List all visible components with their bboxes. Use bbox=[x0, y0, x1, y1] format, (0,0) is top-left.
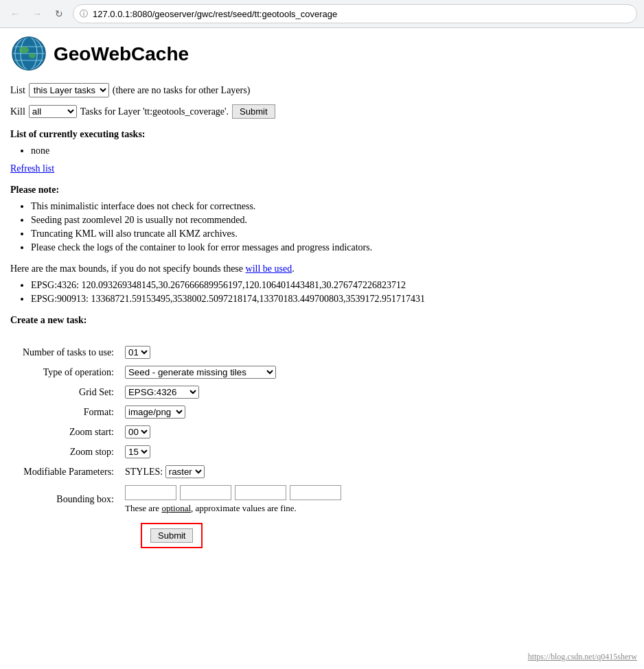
reload-button[interactable]: ↻ bbox=[51, 5, 67, 22]
back-button[interactable]: ← bbox=[7, 5, 23, 22]
bounding-input-1[interactable] bbox=[125, 485, 176, 500]
address-bar[interactable] bbox=[73, 4, 637, 23]
zoom-start-cell: 00010203 04050607 08091011 12131415 bbox=[119, 422, 347, 442]
svg-point-7 bbox=[19, 47, 29, 54]
zoom-stop-cell: 00010203 04050607 08091011 121314 15 bbox=[119, 442, 347, 462]
num-tasks-select[interactable]: 01 02 04 08 16 bbox=[125, 346, 150, 359]
create-heading: Create a new task: bbox=[10, 315, 634, 326]
bounding-cell: These are optional, approximate values a… bbox=[119, 482, 347, 517]
bounding-note: These are optional, approximate values a… bbox=[125, 503, 341, 514]
format-row: Format: image/png image/jpeg image/gif bbox=[17, 402, 347, 422]
zoom-start-label: Zoom start: bbox=[17, 422, 119, 442]
styles-label: STYLES: bbox=[125, 467, 163, 477]
please-note-section: Please note: This minimalistic interface… bbox=[10, 185, 634, 253]
browser-toolbar: ← → ↻ ⓘ bbox=[0, 0, 644, 27]
bounding-label: Bounding box: bbox=[17, 482, 119, 517]
zoom-stop-select[interactable]: 00010203 04050607 08091011 121314 15 bbox=[125, 445, 150, 458]
format-cell: image/png image/jpeg image/gif bbox=[119, 402, 347, 422]
zoom-start-row: Zoom start: 00010203 04050607 08091011 1… bbox=[17, 422, 347, 442]
bounding-row: Bounding box: These are optional, approx… bbox=[17, 482, 347, 517]
bounds-intro: Here are the max bounds, if you do not s… bbox=[10, 263, 634, 274]
info-icon: ⓘ bbox=[80, 8, 88, 20]
kill-select[interactable]: all running pending bbox=[29, 105, 77, 118]
bounds-list: EPSG:4326: 120.093269348145,30.267666689… bbox=[31, 280, 634, 305]
operation-select[interactable]: Seed - generate missing tiles Reseed - r… bbox=[125, 366, 276, 379]
modifiable-cell: STYLES: raster bbox=[119, 462, 347, 482]
create-submit-button[interactable]: Submit bbox=[150, 528, 193, 543]
modifiable-label: Modifiable Parameters: bbox=[17, 462, 119, 482]
modifiable-row: Modifiable Parameters: STYLES: raster bbox=[17, 462, 347, 482]
refresh-link[interactable]: Refresh list bbox=[10, 163, 54, 174]
logo-area: GeoWebCache bbox=[10, 35, 634, 73]
kill-row: Kill all running pending Tasks for Layer… bbox=[10, 104, 634, 119]
format-label: Format: bbox=[17, 402, 119, 422]
bounding-inputs bbox=[125, 485, 341, 500]
bounding-input-3[interactable] bbox=[235, 485, 286, 500]
bounds-item-2: EPSG:900913: 13368721.59153495,3538002.5… bbox=[31, 294, 634, 305]
bounding-input-2[interactable] bbox=[180, 485, 231, 500]
bounds-link[interactable]: will be used bbox=[246, 263, 292, 274]
gridset-label: Grid Set: bbox=[17, 382, 119, 402]
list-row: List this Layer tasks all tasks (there a… bbox=[10, 83, 634, 97]
kill-label: Kill bbox=[10, 106, 25, 117]
kill-suffix: Tasks for Layer 'tt:geotools_coverage'. bbox=[80, 106, 229, 117]
logo-text: GeoWebCache bbox=[54, 43, 189, 65]
operation-row: Type of operation: Seed - generate missi… bbox=[17, 362, 347, 382]
please-note-heading: Please note: bbox=[10, 185, 634, 196]
please-note-list: This minimalistic interface does not che… bbox=[31, 201, 634, 253]
note-item-1: This minimalistic interface does not che… bbox=[31, 201, 634, 212]
submit-red-border: Submit bbox=[141, 523, 203, 548]
num-tasks-row: Number of tasks to use: 01 02 04 08 16 bbox=[17, 342, 347, 362]
bounds-section: Here are the max bounds, if you do not s… bbox=[10, 263, 634, 305]
note-item-4: Please check the logs of the container t… bbox=[31, 242, 634, 253]
gridset-select[interactable]: EPSG:4326 EPSG:900913 bbox=[125, 386, 199, 399]
create-section: Create a new task: Number of tasks to us… bbox=[10, 315, 634, 548]
optional-text: optional bbox=[161, 503, 191, 513]
gridset-cell: EPSG:4326 EPSG:900913 bbox=[119, 382, 347, 402]
num-tasks-cell: 01 02 04 08 16 bbox=[119, 342, 347, 362]
create-form-table: Number of tasks to use: 01 02 04 08 16 T… bbox=[17, 342, 347, 517]
styles-select[interactable]: raster bbox=[165, 465, 205, 478]
kill-submit-button[interactable]: Submit bbox=[232, 104, 275, 119]
list-select[interactable]: this Layer tasks all tasks bbox=[29, 83, 109, 97]
executing-section: List of currently executing tasks: none bbox=[10, 129, 634, 156]
executing-heading: List of currently executing tasks: bbox=[10, 129, 634, 140]
note-item-2: Seeding past zoomlevel 20 is usually not… bbox=[31, 215, 634, 226]
operation-label: Type of operation: bbox=[17, 362, 119, 382]
address-bar-wrapper: ⓘ bbox=[73, 4, 637, 23]
browser-chrome: ← → ↻ ⓘ bbox=[0, 0, 644, 28]
operation-cell: Seed - generate missing tiles Reseed - r… bbox=[119, 362, 347, 382]
format-select[interactable]: image/png image/jpeg image/gif bbox=[125, 406, 185, 419]
bounds-item-1: EPSG:4326: 120.093269348145,30.267666689… bbox=[31, 280, 634, 291]
page-content: GeoWebCache List this Layer tasks all ta… bbox=[0, 28, 644, 555]
bounding-input-4[interactable] bbox=[290, 485, 341, 500]
executing-list: none bbox=[31, 145, 634, 156]
svg-point-8 bbox=[29, 53, 36, 58]
list-label: List bbox=[10, 85, 25, 96]
zoom-stop-row: Zoom stop: 00010203 04050607 08091011 12… bbox=[17, 442, 347, 462]
gridset-row: Grid Set: EPSG:4326 EPSG:900913 bbox=[17, 382, 347, 402]
list-suffix: (there are no tasks for other Layers) bbox=[113, 85, 251, 96]
logo-globe-icon bbox=[10, 35, 48, 73]
num-tasks-label: Number of tasks to use: bbox=[17, 342, 119, 362]
note-item-3: Truncating KML will also truncate all KM… bbox=[31, 228, 634, 239]
zoom-stop-label: Zoom stop: bbox=[17, 442, 119, 462]
executing-none: none bbox=[31, 145, 634, 156]
submit-container-wrapper: Submit bbox=[141, 523, 203, 548]
forward-button[interactable]: → bbox=[29, 5, 45, 22]
zoom-start-select[interactable]: 00010203 04050607 08091011 12131415 bbox=[125, 425, 150, 438]
